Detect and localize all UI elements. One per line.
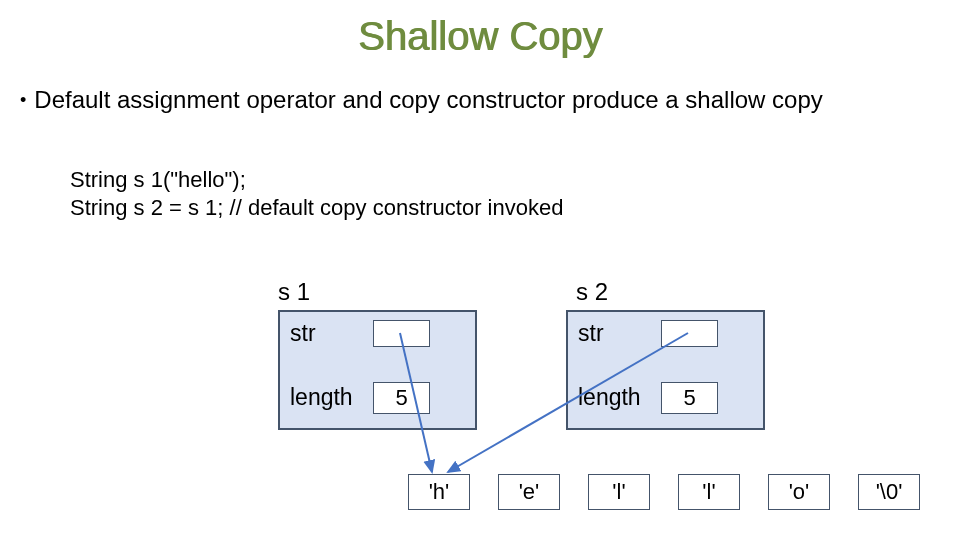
s2-label: s 2 — [576, 278, 608, 306]
char-cell-1: 'e' — [498, 474, 560, 510]
char-cell-0: 'h' — [408, 474, 470, 510]
s2-str-label: str — [578, 320, 604, 347]
code-block: String s 1("hello"); String s 2 = s 1; /… — [70, 166, 563, 221]
bullet-item: • Default assignment operator and copy c… — [20, 86, 940, 114]
code-line-1: String s 1("hello"); — [70, 166, 563, 194]
s2-length-label: length — [578, 384, 641, 411]
s1-length-value: 5 — [373, 382, 430, 414]
page-title: Shallow Copy — [0, 14, 960, 59]
arrows-svg — [0, 0, 960, 540]
s1-label: s 1 — [278, 278, 310, 306]
code-line-2: String s 2 = s 1; // default copy constr… — [70, 194, 563, 222]
s2-length-value: 5 — [661, 382, 718, 414]
bullet-dot: • — [20, 90, 26, 111]
char-cell-3: 'l' — [678, 474, 740, 510]
char-cell-2: 'l' — [588, 474, 650, 510]
s1-str-ptr — [373, 320, 430, 347]
char-cell-4: 'o' — [768, 474, 830, 510]
s1-str-label: str — [290, 320, 316, 347]
bullet-text: Default assignment operator and copy con… — [34, 86, 822, 114]
s1-length-label: length — [290, 384, 353, 411]
s2-str-ptr — [661, 320, 718, 347]
char-cell-5: '\0' — [858, 474, 920, 510]
